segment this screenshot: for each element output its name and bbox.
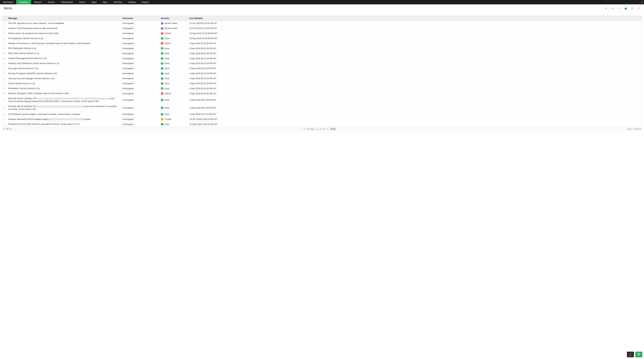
- row-checkbox[interactable]: [4, 48, 6, 49]
- table-row[interactable]: Workstation Service Service is UpUnAssig…: [2, 86, 642, 91]
- row-checkbox[interactable]: [4, 99, 6, 101]
- table-row[interactable]: Server Service Service is UpUnAssignedCl…: [2, 81, 642, 86]
- cell-message: Kerberos Key Distribution Center Service…: [7, 61, 121, 66]
- nav-maps[interactable]: Maps: [88, 0, 100, 4]
- pager-prev-icon[interactable]: ◀◀: [306, 128, 309, 130]
- nav-apps[interactable]: Apps: [100, 0, 110, 4]
- add-icon[interactable]: [604, 6, 608, 10]
- nav-settings[interactable]: Settings: [125, 0, 139, 4]
- table-row[interactable]: Remote Procedure Call (RPC) Service Serv…: [2, 71, 642, 76]
- row-checkbox[interactable]: [4, 92, 6, 94]
- row-checkbox[interactable]: [4, 22, 6, 24]
- table-row[interactable]: Device Down: No response from device for…: [2, 31, 642, 36]
- row-checkbox[interactable]: [4, 28, 6, 29]
- nav-virtualization[interactable]: Virtualization: [58, 0, 76, 4]
- delete-icon[interactable]: [630, 6, 634, 10]
- row-checkbox[interactable]: [4, 32, 6, 34]
- col-technician[interactable]: Technician: [121, 16, 160, 21]
- clear-icon: [161, 67, 163, 70]
- table-row[interactable]: DFS Replication Service is UpUnAssignedC…: [2, 46, 642, 51]
- nav-servers[interactable]: Servers: [44, 0, 58, 4]
- row-checkbox[interactable]: [4, 62, 6, 64]
- export-icon[interactable]: [10, 128, 12, 130]
- acknowledge-icon[interactable]: [611, 6, 614, 10]
- pager-first-icon[interactable]: |◀: [303, 128, 306, 130]
- close-icon[interactable]: [637, 6, 640, 10]
- severity-label: Clear: [164, 47, 170, 50]
- columns-icon[interactable]: [6, 128, 8, 130]
- nav-reports[interactable]: Reports: [139, 0, 152, 4]
- row-checkbox[interactable]: [4, 73, 6, 74]
- pager-pagesize-select[interactable]: 50: [330, 128, 336, 130]
- cell-message: Interface 'Microsoft ISATAP Adapter-isat…: [7, 117, 121, 122]
- clear-icon: [161, 47, 163, 50]
- table-row[interactable]: Discards rate for Interface 'HP -Local A…: [2, 96, 642, 104]
- cell-message: Security Accounts Manager Service Servic…: [7, 76, 121, 81]
- cell-technician: UnAssigned: [121, 21, 160, 26]
- cell-severity: Clear: [160, 112, 188, 116]
- kebab-menu-icon[interactable]: [640, 1, 644, 3]
- table-row[interactable]: Kerberos Key Distribution Center Service…: [2, 61, 642, 66]
- search-icon[interactable]: [3, 128, 5, 130]
- nav-dashboard[interactable]: Dashboard: [0, 0, 16, 4]
- pager-page-input[interactable]: [315, 128, 319, 130]
- table-row[interactable]: Net Logon Service Service is UpUnAssigne…: [2, 66, 642, 71]
- row-checkbox[interactable]: [4, 82, 6, 84]
- select-all-checkbox[interactable]: [4, 18, 6, 19]
- table-row[interactable]: OS Processor Queue Length is now back to…: [2, 112, 642, 117]
- clear-icon: [161, 123, 163, 126]
- table-row[interactable]: Security Accounts Manager Service Servic…: [2, 76, 642, 81]
- servicedown-icon: [161, 27, 163, 30]
- row-checkbox[interactable]: [4, 38, 6, 40]
- table-row[interactable]: File Replication Service Service is UpUn…: [2, 36, 642, 41]
- table-row[interactable]: DNS Client Service Service is UpUnAssign…: [2, 51, 642, 56]
- row-checkbox[interactable]: [4, 52, 6, 54]
- row-checkbox[interactable]: [4, 42, 6, 44]
- clear-icon: [161, 37, 163, 40]
- clear-icon: [161, 52, 163, 55]
- nav-inventory[interactable]: Inventory: [16, 0, 31, 4]
- table-row[interactable]: Response Time for DNS service is now bac…: [2, 122, 642, 127]
- cell-severity: Clear: [160, 122, 188, 126]
- row-checkbox[interactable]: [4, 78, 6, 80]
- svg-line-15: [4, 129, 5, 130]
- cell-message: File Replication Service Service is Up: [7, 36, 121, 41]
- col-updated[interactable]: Last Updated: [188, 16, 642, 21]
- table-row[interactable]: Intersite Messaging Service Service is U…: [2, 56, 642, 61]
- pager-next-icon[interactable]: ▶▶: [323, 128, 326, 130]
- severity-label: Clear: [164, 72, 170, 75]
- cell-technician: UnAssigned: [121, 31, 160, 36]
- table-row[interactable]: Memory Utilization is 99%, threshold val…: [2, 91, 642, 96]
- thumbs-up-outline-icon[interactable]: [618, 6, 621, 10]
- table-row[interactable]: The URL http://test.com is down, Reason …: [2, 21, 642, 26]
- table-row[interactable]: Discards rate for Interface 'HP -Local A…: [2, 104, 642, 112]
- row-checkbox[interactable]: [4, 123, 6, 125]
- table-row[interactable]: Instance Count:Response timed out after …: [2, 26, 642, 31]
- cell-technician: UnAssigned: [121, 122, 160, 126]
- redacted-text: [49, 118, 82, 120]
- severity-label: Clear: [164, 52, 170, 55]
- clear-icon: [161, 113, 163, 116]
- pager-page-label: Page: [310, 128, 314, 130]
- alerts-table: Message Technician Severity Last Updated…: [2, 16, 642, 131]
- cell-message: DNS Client Service Service is Up: [7, 51, 121, 56]
- nav-workflow[interactable]: Workflow: [110, 0, 125, 4]
- row-checkbox[interactable]: [4, 68, 6, 70]
- trouble-icon: [161, 118, 163, 120]
- table-row[interactable]: Interface 'Microsoft ISATAP Adapter-isat…: [2, 117, 642, 122]
- pager-last-icon[interactable]: ▶|: [327, 128, 330, 130]
- cell-updated: 31 May 2019 11:38:32 AM IST: [188, 122, 642, 126]
- table-row[interactable]: Number of Processes is 104 Processes, th…: [2, 41, 642, 46]
- row-checkbox[interactable]: [4, 118, 6, 120]
- row-checkbox[interactable]: [4, 114, 6, 115]
- col-severity[interactable]: Severity: [160, 16, 188, 21]
- row-checkbox[interactable]: [4, 88, 6, 90]
- row-checkbox[interactable]: [4, 58, 6, 60]
- nav-network[interactable]: Network: [31, 0, 45, 4]
- row-checkbox[interactable]: [4, 107, 6, 109]
- cell-technician: UnAssigned: [121, 81, 160, 86]
- nav-alarms[interactable]: Alarms: [76, 0, 88, 4]
- cell-message: Workstation Service Service is Up: [7, 86, 121, 91]
- col-message[interactable]: Message: [7, 16, 121, 21]
- thumbs-up-filled-icon[interactable]: [624, 6, 628, 10]
